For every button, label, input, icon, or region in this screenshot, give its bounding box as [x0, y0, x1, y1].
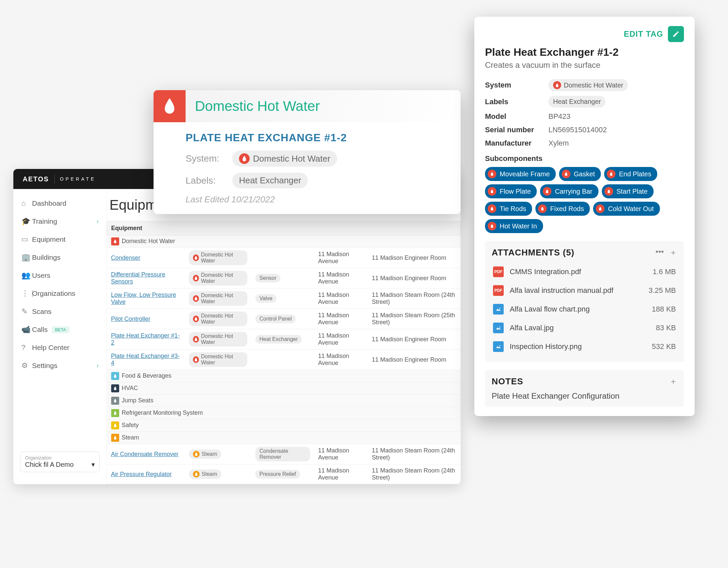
beta-badge: BETA	[52, 326, 69, 333]
equipment-link[interactable]: Pilot Controller	[111, 316, 151, 322]
detail-system-pill[interactable]: Domestic Hot Water	[548, 79, 628, 91]
attachment-name: Alfa Laval flow chart.png	[510, 305, 652, 314]
subcomponent-chip[interactable]: Flow Plate	[485, 184, 537, 198]
attachment-row[interactable]: Inspection History.png532 KB	[492, 337, 677, 356]
water-drop-icon	[193, 471, 200, 478]
group-row[interactable]: Food & Beverages	[107, 370, 461, 382]
add-attachment-button[interactable]: ＋	[669, 247, 677, 258]
sidebar-item-equipment[interactable]: ▭Equipment	[13, 230, 106, 248]
detail-serial-value: LN569515014002	[548, 126, 607, 134]
sidebar-item-calls[interactable]: 📹CallsBETA	[13, 321, 106, 339]
svg-point-3	[499, 327, 500, 328]
group-row[interactable]: Domestic Hot Water	[107, 235, 461, 248]
equipment-link[interactable]: Plate Heat Exchanger #3-4	[111, 353, 180, 366]
label-pill[interactable]: Heat Exchanger	[255, 335, 302, 344]
subcomponent-chip[interactable]: Start Plate	[602, 184, 654, 198]
group-label: HVAC	[122, 385, 138, 391]
attachment-row[interactable]: PDFCMMS Integration.pdf1.6 MB	[492, 262, 677, 281]
group-row[interactable]: HVAC	[107, 382, 461, 395]
sidebar-item-buildings[interactable]: 🏢Buildings	[13, 248, 106, 266]
subcomponent-chip[interactable]: End Plates	[604, 167, 657, 181]
table-row: Air Pressure Regulator Steam Pressure Re…	[107, 464, 461, 484]
address: 11 Madison Avenue	[314, 350, 368, 370]
sidebar-item-scans[interactable]: ✎Scans	[13, 303, 106, 321]
org-selector[interactable]: Organization Chick fil A Demo ▾	[20, 451, 100, 472]
equipment-link[interactable]: Plate Heat Exchanger #1-2	[111, 332, 180, 346]
table-header-equipment[interactable]: Equipment	[107, 221, 461, 235]
system-pill[interactable]: Steam	[189, 449, 221, 459]
system-pill[interactable]: Steam	[189, 469, 221, 479]
attachment-name: CMMS Integration.pdf	[510, 267, 653, 276]
detail-model-value: BP423	[548, 112, 570, 121]
label-pill[interactable]: Sensor	[255, 274, 280, 282]
sidebar-item-organizations[interactable]: ⋮⋮Organizations	[13, 285, 106, 303]
svg-rect-0	[495, 307, 501, 312]
label-pill[interactable]: Control Panel	[255, 315, 296, 323]
subcomponent-chip[interactable]: Tie Rods	[485, 202, 532, 216]
subcomponent-chip[interactable]: Carrying Bar	[540, 184, 598, 198]
more-icon[interactable]: •••	[656, 247, 664, 258]
sidebar-item-label: Organizations	[32, 290, 75, 298]
group-row[interactable]: Jump Seats	[107, 395, 461, 407]
sidebar-item-label: Settings	[32, 362, 57, 370]
water-drop-icon	[193, 451, 200, 457]
water-drop-icon	[607, 170, 616, 178]
equipment-link[interactable]: Air Condensate Remover	[111, 451, 179, 457]
label-pill[interactable]: Pressure Relief	[255, 470, 300, 479]
sidebar-item-training[interactable]: 🎓Training›	[13, 212, 106, 230]
sidebar-icon: ▭	[21, 235, 32, 244]
equipment-link[interactable]: Air Pressure Regulator	[111, 471, 172, 478]
detail-system-value: Domestic Hot Water	[564, 81, 623, 89]
label-pill[interactable]: Condensate Remover	[255, 447, 310, 461]
subcomponent-chip[interactable]: Gasket	[559, 167, 601, 181]
system-pill[interactable]: Domestic Hot Water	[189, 250, 247, 265]
detail-label-pill[interactable]: Heat Exchanger	[548, 96, 605, 108]
chip-label: Carrying Bar	[555, 188, 592, 195]
room: 11 Madison Engineer Room	[368, 268, 461, 289]
subcomponent-chip[interactable]: Hot Water In	[485, 219, 543, 233]
sidebar-item-settings[interactable]: ⚙Settings›	[13, 357, 106, 375]
sidebar-item-help-center[interactable]: ?Help Center	[13, 339, 106, 357]
pdf-icon: PDF	[493, 266, 504, 277]
table-row: Plate Heat Exchanger #1-2 Domestic Hot W…	[107, 329, 461, 350]
org-label: Organization	[25, 455, 95, 460]
equipment-link[interactable]: Differential Pressure Sensors	[111, 271, 166, 285]
system-pill[interactable]: Domestic Hot Water	[189, 271, 247, 286]
address: 11 Madison Avenue	[314, 268, 368, 289]
detail-title: Plate Heat Exchanger #1-2	[485, 46, 684, 58]
attachment-row[interactable]: Alfa Laval.jpg83 KB	[492, 319, 677, 337]
subcomponent-chip[interactable]: Cold Water Out	[593, 202, 660, 216]
label-pill[interactable]: Valve	[255, 294, 276, 303]
group-row[interactable]: Safety	[107, 419, 461, 432]
chip-label: Gasket	[574, 170, 595, 178]
main-window: AETOS OPERATE ⌂Dashboard🎓Training›▭Equip…	[13, 169, 461, 484]
sidebar-item-label: Buildings	[32, 253, 60, 261]
group-row[interactable]: Steam	[107, 432, 461, 444]
sidebar-item-dashboard[interactable]: ⌂Dashboard	[13, 194, 106, 212]
subcomponent-chip[interactable]: Moveable Frame	[485, 167, 556, 181]
attachments-section: ATTACHMENTS (5) ••• ＋ PDFCMMS Integratio…	[485, 241, 684, 362]
water-drop-icon	[193, 254, 199, 261]
equipment-link[interactable]: Low Flow, Low Pressure Valve	[111, 292, 176, 305]
detail-model-label: Model	[485, 112, 548, 121]
subcomponent-chip[interactable]: Fixed Rods	[535, 202, 590, 216]
edit-tag-button[interactable]	[668, 26, 684, 42]
equipment-link[interactable]: Condenser	[111, 254, 141, 261]
system-pill[interactable]: Domestic Hot Water	[232, 151, 337, 167]
attachment-row[interactable]: Alfa Laval flow chart.png188 KB	[492, 300, 677, 319]
address: 11 Madison Avenue	[314, 329, 368, 350]
system-pill[interactable]: Domestic Hot Water	[189, 312, 247, 326]
room: 11 Madison Engineer Room	[368, 248, 461, 268]
system-pill[interactable]: Domestic Hot Water	[189, 332, 247, 347]
system-pill[interactable]: Domestic Hot Water	[189, 352, 247, 367]
add-note-button[interactable]: ＋	[669, 376, 677, 387]
group-row[interactable]: Refrigerant Monitoring System	[107, 407, 461, 419]
water-drop-icon	[538, 204, 547, 213]
system-pill[interactable]: Domestic Hot Water	[189, 291, 247, 306]
label-pill[interactable]: Heat Exchanger	[232, 173, 308, 188]
sidebar-item-users[interactable]: 👥Users	[13, 266, 106, 285]
table-row: Differential Pressure Sensors Domestic H…	[107, 268, 461, 289]
attachment-row[interactable]: PDFAlfa laval instruction manual.pdf3.25…	[492, 281, 677, 300]
room: 11 Madison Engineer Room	[368, 350, 461, 370]
brand-subtitle: OPERATE	[60, 176, 96, 182]
